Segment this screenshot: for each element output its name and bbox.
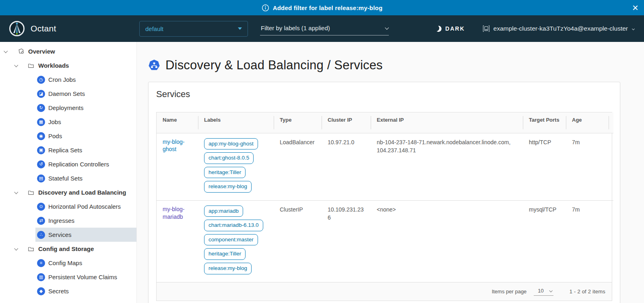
- cell-age: 7m: [566, 133, 609, 200]
- table-row: my-blog-mariadb app:mariadb chart:mariad…: [157, 200, 613, 282]
- cluster-selector[interactable]: example-cluster-ka3TuTzYo4a@example-clus…: [483, 25, 634, 32]
- chevron-down-icon[interactable]: [14, 247, 18, 251]
- cron-jobs-icon: ◷: [37, 76, 45, 84]
- column-header-age: Age: [566, 112, 609, 133]
- label-pill[interactable]: chart:ghost-8.0.5: [204, 152, 254, 164]
- chevron-down-icon: [549, 289, 552, 292]
- label-pill[interactable]: component:master: [204, 234, 258, 246]
- cell-age: 7m: [566, 200, 609, 282]
- table-row: my-blog-ghost app:my-blog-ghost chart:gh…: [157, 133, 613, 200]
- cell-cluster-ip: 10.109.231.236: [322, 200, 371, 282]
- namespace-value: default: [145, 25, 163, 32]
- sidebar-item-label: Secrets: [48, 288, 69, 295]
- chevron-down-icon[interactable]: [4, 49, 8, 53]
- column-header-type: Type: [274, 112, 322, 133]
- column-header-cluster-ip: Cluster IP: [322, 112, 371, 133]
- sidebar-item-replica-sets[interactable]: ▣ Replica Sets: [0, 143, 136, 157]
- chevron-down-icon: [385, 26, 389, 30]
- octant-logo-icon: [9, 21, 25, 37]
- items-per-page-select[interactable]: 10: [534, 287, 553, 296]
- overview-icon: [18, 48, 25, 55]
- folder-icon: [28, 246, 34, 252]
- sidebar-item-stateful-sets[interactable]: ▤ Stateful Sets: [0, 171, 136, 185]
- service-name-link[interactable]: my-blog-mariadb: [163, 205, 192, 221]
- page-title-text: Discovery & Load Balancing / Services: [165, 58, 383, 73]
- chevron-down-icon[interactable]: [14, 63, 18, 67]
- cluster-icon: [483, 25, 490, 32]
- chevron-down-icon[interactable]: [14, 190, 18, 194]
- cell-type: ClusterIP: [274, 200, 322, 282]
- label-pill[interactable]: app:mariadb: [204, 205, 243, 217]
- sidebar-item-secrets[interactable]: ◆ Secrets: [0, 284, 136, 298]
- sidebar-item-overview[interactable]: Overview: [0, 44, 136, 58]
- close-icon[interactable]: ×: [632, 0, 638, 15]
- sidebar-item-label: Jobs: [48, 118, 61, 125]
- label-pill[interactable]: release:my-blog: [204, 263, 252, 274]
- sidebar-item-label: Stateful Sets: [48, 175, 83, 182]
- ingresses-icon: ⇄: [37, 217, 45, 225]
- jobs-icon: ▦: [37, 118, 45, 126]
- sidebar-group-label: Discovery and Load Balancing: [38, 189, 126, 196]
- label-pill[interactable]: chart:mariadb-6.13.0: [204, 220, 263, 231]
- table-pagination: Items per page 10 1 - 2 of 2 items: [157, 282, 612, 301]
- cell-external-ip: <none>: [371, 200, 523, 282]
- daemon-sets-icon: ◪: [37, 90, 45, 98]
- stateful-sets-icon: ▤: [37, 174, 45, 183]
- deployments-icon: ↻: [37, 104, 45, 112]
- horizontal-pod-autoscalers-icon: ⊙: [37, 203, 45, 211]
- sidebar-group-config-and-storage[interactable]: Config and Storage: [0, 242, 136, 256]
- label-pill[interactable]: app:my-blog-ghost: [204, 138, 258, 150]
- chevron-down-icon: [632, 27, 635, 30]
- sidebar-item-label: Deployments: [48, 104, 84, 111]
- sidebar-item-label: Services: [48, 231, 72, 238]
- column-header-target-ports: Target Ports: [523, 112, 566, 133]
- notification-bar: Added filter for label release:my-blog ×: [0, 0, 644, 15]
- info-icon: [262, 4, 269, 12]
- folder-icon: [28, 189, 34, 196]
- config-maps-icon: ≡: [37, 259, 45, 267]
- cell-external-ip: nb-104-237-148-71.newark.nodebalancer.li…: [371, 133, 523, 200]
- service-name-link[interactable]: my-blog-ghost: [163, 138, 192, 154]
- sidebar-item-persistent-volume-claims[interactable]: ▥ Persistent Volume Claims: [0, 270, 136, 284]
- sidebar-item-pods[interactable]: ◉ Pods: [0, 129, 136, 143]
- table-header-row: Name Labels Type Cluster IP External IP …: [157, 112, 613, 133]
- label-filter-text: Filter by labels (1 applied): [261, 25, 330, 31]
- sidebar-item-label: Horizontal Pod Autoscalers: [48, 203, 121, 210]
- secrets-icon: ◆: [37, 287, 45, 295]
- label-filter-dropdown[interactable]: Filter by labels (1 applied): [260, 22, 389, 35]
- cell-type: LoadBalancer: [274, 133, 322, 200]
- label-pill[interactable]: heritage:Tiller: [204, 248, 246, 260]
- caret-down-icon: [238, 27, 242, 30]
- sidebar-item-horizontal-pod-autoscalers[interactable]: ⊙ Horizontal Pod Autoscalers: [0, 199, 136, 214]
- label-pill[interactable]: heritage:Tiller: [204, 167, 246, 178]
- theme-toggle-button[interactable]: DARK: [436, 25, 464, 32]
- sidebar-item-label: Replica Sets: [48, 147, 82, 154]
- sidebar-item-cron-jobs[interactable]: ◷ Cron Jobs: [0, 73, 136, 87]
- sidebar-item-label: Cron Jobs: [48, 76, 76, 83]
- persistent-volume-claims-icon: ▥: [37, 273, 45, 281]
- cell-target-ports: http/TCP: [523, 133, 566, 200]
- card-title: Services: [156, 89, 612, 100]
- sidebar-item-label: Replication Controllers: [48, 161, 109, 168]
- namespace-dropdown[interactable]: default: [139, 21, 248, 37]
- sidebar-item-replication-controllers[interactable]: ↺ Replication Controllers: [0, 157, 136, 171]
- sidebar-group-discovery-load-balancing[interactable]: Discovery and Load Balancing: [0, 185, 136, 199]
- sidebar-item-daemon-sets[interactable]: ◪ Daemon Sets: [0, 87, 136, 101]
- sidebar-item-services[interactable]: ∴ Services: [35, 228, 136, 242]
- sidebar-item-deployments[interactable]: ↻ Deployments: [0, 101, 136, 115]
- sidebar-group-workloads[interactable]: Workloads: [0, 58, 136, 73]
- sidebar-item-ingresses[interactable]: ⇄ Ingresses: [0, 214, 136, 228]
- column-header-spacer: [609, 112, 613, 133]
- pods-icon: ◉: [37, 132, 45, 140]
- column-header-labels: Labels: [198, 112, 274, 133]
- sidebar-nav: Overview Workloads ◷ Cron Jobs ◪ Daemon …: [0, 42, 137, 303]
- cell-target-ports: mysql/TCP: [523, 200, 566, 282]
- sidebar-item-config-maps[interactable]: ≡ Config Maps: [0, 256, 136, 270]
- theme-toggle-label: DARK: [445, 25, 464, 32]
- label-pill[interactable]: release:my-blog: [204, 181, 252, 193]
- octant-app: Added filter for label release:my-blog ×…: [0, 0, 644, 303]
- sidebar-item-jobs[interactable]: ▦ Jobs: [0, 115, 136, 129]
- sidebar-item-label: Persistent Volume Claims: [48, 274, 117, 280]
- sidebar-item-label: Ingresses: [48, 217, 74, 224]
- sidebar-item-label: Overview: [28, 48, 55, 55]
